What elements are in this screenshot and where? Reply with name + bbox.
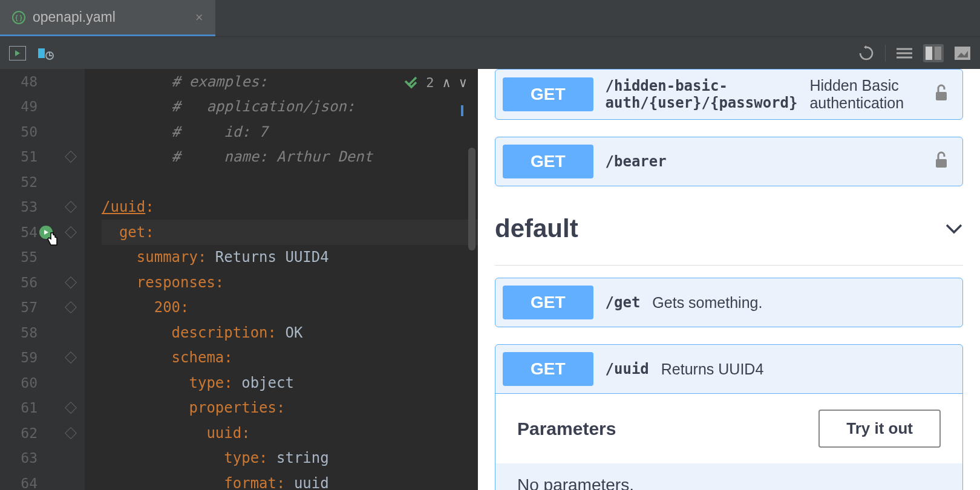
code-line[interactable]: schema: bbox=[102, 345, 478, 371]
run-icon[interactable] bbox=[8, 44, 27, 62]
endpoint-block[interactable]: GET/hidden-basic-auth/{user}/{password}H… bbox=[495, 69, 963, 120]
swagger-preview[interactable]: GET/hidden-basic-auth/{user}/{password}H… bbox=[478, 69, 980, 490]
line-number: 48 bbox=[0, 69, 85, 94]
code-line[interactable]: responses: bbox=[102, 270, 478, 295]
editor-toolbar bbox=[0, 36, 980, 69]
code-line[interactable]: format: uuid bbox=[102, 471, 478, 490]
line-number: 50 bbox=[0, 119, 85, 145]
inspection-widget[interactable]: 2 ∧ ∨ bbox=[404, 75, 467, 90]
fold-marker-icon[interactable] bbox=[65, 226, 77, 238]
pointer-cursor-icon bbox=[46, 232, 57, 245]
no-parameters-text: No parameters. bbox=[495, 463, 962, 490]
method-badge: GET bbox=[503, 145, 593, 178]
check-icon bbox=[404, 76, 417, 90]
code-line[interactable]: /uuid: bbox=[102, 195, 478, 220]
code-editor[interactable]: 4849505152535455565758596061626364 2 ∧ ∨… bbox=[0, 69, 478, 490]
close-icon[interactable]: × bbox=[195, 10, 203, 25]
endpoint-path: /uuid bbox=[606, 361, 649, 377]
fold-marker-icon[interactable] bbox=[65, 402, 77, 414]
svg-marker-1 bbox=[15, 50, 20, 56]
openapi-icon: { } bbox=[12, 11, 25, 24]
fold-marker-icon[interactable] bbox=[65, 151, 77, 163]
code-line[interactable]: description: OK bbox=[102, 320, 478, 345]
endpoint-desc: Gets something. bbox=[652, 294, 762, 312]
parameters-title: Parameters bbox=[517, 419, 616, 439]
line-number: 51 bbox=[0, 145, 85, 170]
endpoint-block[interactable]: GET/uuidReturns UUID4ParametersTry it ou… bbox=[495, 344, 963, 490]
line-number: 64 bbox=[0, 471, 85, 490]
line-number: 62 bbox=[0, 420, 85, 446]
lock-icon[interactable] bbox=[933, 83, 955, 106]
endpoint-path: /hidden-basic-auth/{user}/{password} bbox=[606, 77, 798, 111]
code-line[interactable]: 200: bbox=[102, 295, 478, 321]
try-it-out-button[interactable]: Try it out bbox=[818, 410, 941, 448]
code-line[interactable]: type: string bbox=[102, 446, 478, 471]
line-number: 59 bbox=[0, 345, 85, 371]
code-line[interactable]: uuid: bbox=[102, 420, 478, 446]
code-line[interactable]: get: bbox=[102, 220, 478, 245]
code-line[interactable] bbox=[102, 169, 478, 195]
tab-bar: { } openapi.yaml × bbox=[0, 0, 980, 36]
line-number: 60 bbox=[0, 370, 85, 396]
main-split: 4849505152535455565758596061626364 2 ∧ ∨… bbox=[0, 69, 980, 490]
lock-icon[interactable] bbox=[933, 151, 955, 173]
split-view-icon[interactable] bbox=[923, 44, 944, 62]
endpoint-desc: Hidden Basic authentication bbox=[809, 77, 921, 112]
code-line[interactable]: # name: Arthur Dent bbox=[102, 145, 478, 170]
fold-marker-icon[interactable] bbox=[65, 276, 77, 289]
svg-rect-9 bbox=[955, 47, 970, 60]
fold-marker-icon[interactable] bbox=[65, 301, 77, 313]
svg-rect-13 bbox=[936, 159, 947, 168]
inspection-count: 2 bbox=[426, 75, 434, 90]
method-badge: GET bbox=[503, 286, 593, 319]
code-line[interactable]: summary: Returns UUID4 bbox=[102, 245, 478, 270]
line-number: 63 bbox=[0, 446, 85, 471]
caret-marker bbox=[461, 105, 463, 116]
method-badge: GET bbox=[503, 352, 593, 386]
code-line[interactable]: # id: 7 bbox=[102, 119, 478, 145]
line-number: 55 bbox=[0, 245, 85, 270]
prev-problem-icon[interactable]: ∧ bbox=[443, 75, 451, 90]
endpoint-desc: Returns UUID4 bbox=[661, 361, 764, 378]
svg-rect-7 bbox=[926, 47, 932, 60]
svg-rect-8 bbox=[935, 47, 941, 60]
toolbar-divider bbox=[885, 45, 886, 62]
endpoint-path: /bearer bbox=[606, 153, 667, 170]
line-number: 56 bbox=[0, 270, 85, 295]
line-number: 61 bbox=[0, 396, 85, 421]
code-line[interactable]: # application/json: bbox=[102, 94, 478, 120]
line-number: 58 bbox=[0, 320, 85, 345]
section-title: default bbox=[495, 214, 578, 243]
file-tab[interactable]: { } openapi.yaml × bbox=[0, 0, 215, 36]
fold-marker-icon[interactable] bbox=[65, 351, 77, 364]
line-number: 52 bbox=[0, 169, 85, 195]
line-number: 49 bbox=[0, 94, 85, 120]
code-line[interactable]: properties: bbox=[102, 396, 478, 421]
editor-only-icon[interactable] bbox=[895, 44, 913, 62]
line-number: 57 bbox=[0, 295, 85, 321]
chevron-down-icon[interactable] bbox=[945, 223, 963, 235]
fold-marker-icon[interactable] bbox=[65, 201, 77, 213]
svg-marker-3 bbox=[864, 45, 866, 49]
gutter: 4849505152535455565758596061626364 bbox=[0, 69, 85, 490]
line-number: 53 bbox=[0, 195, 85, 220]
code-line[interactable]: type: object bbox=[102, 370, 478, 396]
next-problem-icon[interactable]: ∨ bbox=[459, 75, 467, 90]
fold-marker-icon[interactable] bbox=[65, 427, 77, 439]
endpoint-block[interactable]: GET/getGets something. bbox=[495, 278, 963, 327]
line-number: 54 bbox=[0, 220, 85, 245]
endpoint-path: /get bbox=[606, 294, 641, 311]
section-header[interactable]: default bbox=[495, 203, 963, 266]
scrollbar-thumb[interactable] bbox=[468, 148, 475, 250]
endpoint-block[interactable]: GET/bearer bbox=[495, 137, 963, 186]
svg-rect-12 bbox=[936, 92, 947, 100]
method-badge: GET bbox=[503, 77, 593, 111]
code-area[interactable]: 2 ∧ ∨ # examples: # application/json: # … bbox=[85, 69, 478, 490]
refresh-icon[interactable] bbox=[857, 44, 875, 62]
tab-filename: openapi.yaml bbox=[33, 9, 116, 25]
preview-only-icon[interactable] bbox=[953, 44, 972, 62]
browser-refresh-icon[interactable] bbox=[36, 44, 54, 62]
